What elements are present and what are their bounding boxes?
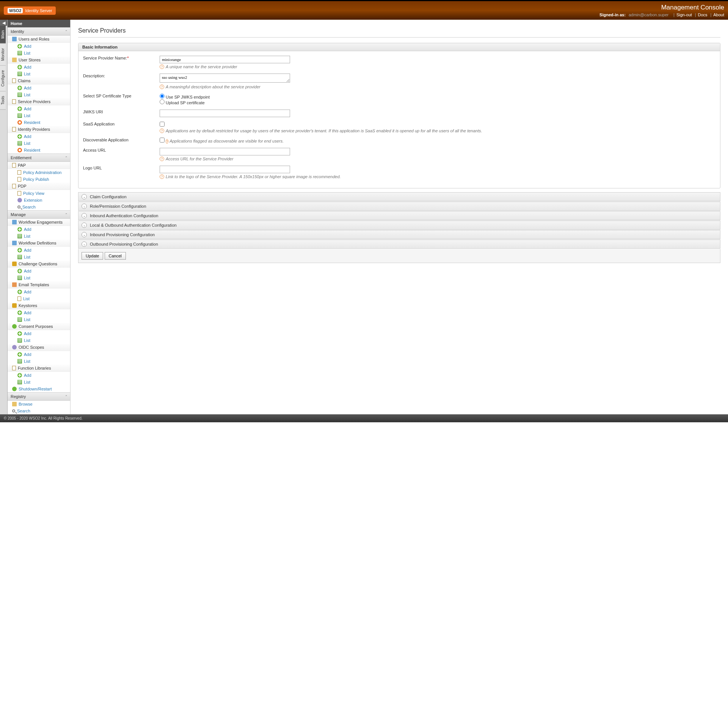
- nav-claims-list[interactable]: List: [8, 91, 70, 98]
- section-identity[interactable]: Identity⌃: [8, 27, 70, 36]
- access-url-label: Access URL: [83, 148, 160, 152]
- chevron-down-icon: ⌄: [82, 241, 87, 247]
- chevron-down-icon: ⌄: [82, 213, 87, 218]
- jwks-input[interactable]: [160, 110, 290, 117]
- access-url-help: Access URL for the Service Provider: [166, 157, 233, 161]
- signout-link[interactable]: Sign-out: [676, 13, 692, 17]
- power-icon: [12, 387, 17, 391]
- plus-icon: [17, 331, 22, 336]
- nav-oidc-list[interactable]: List: [8, 358, 70, 365]
- logo-url-input[interactable]: [160, 166, 290, 173]
- nav-stores-list[interactable]: List: [8, 71, 70, 77]
- header-links: Signed-in as: admin@carbon.super |Sign-o…: [599, 13, 724, 17]
- cert-jwks-radio[interactable]: [160, 94, 165, 99]
- nav-policy-admin[interactable]: Policy Administration: [8, 169, 70, 176]
- section-manage[interactable]: Manage⌃: [8, 210, 70, 219]
- resident-icon: [17, 120, 22, 125]
- nav-policy-view[interactable]: Policy View: [8, 190, 70, 197]
- cert-upload-radio[interactable]: [160, 99, 165, 104]
- nav-challenge[interactable]: Challenge Questions: [8, 260, 70, 268]
- desc-input[interactable]: sso using wso2: [160, 74, 290, 83]
- list-icon: [17, 113, 22, 118]
- acc-outbound-prov[interactable]: ⌄Outbound Provisioning Configuration: [78, 240, 720, 249]
- collapse-sidebar-icon[interactable]: ◀: [0, 20, 7, 26]
- access-url-input[interactable]: [160, 148, 290, 155]
- acc-inbound-prov[interactable]: ⌄Inbound Provisioning Configuration: [78, 230, 720, 239]
- nav-workflow-eng[interactable]: Workflow Engagements: [8, 219, 70, 226]
- nav-con-list[interactable]: List: [8, 337, 70, 344]
- nav-fl-list[interactable]: List: [8, 379, 70, 386]
- acc-claim[interactable]: ⌄Claim Configuration: [78, 192, 720, 201]
- acc-role[interactable]: ⌄Role/Permission Configuration: [78, 202, 720, 211]
- workflow-icon: [12, 220, 17, 224]
- section-entitlement[interactable]: Entitlement⌃: [8, 154, 70, 162]
- nav-sp-list[interactable]: List: [8, 112, 70, 119]
- list-icon: [17, 51, 22, 55]
- cancel-button[interactable]: Cancel: [105, 252, 126, 260]
- chevron-up-icon: ⌃: [65, 30, 68, 33]
- update-button[interactable]: Update: [82, 252, 103, 260]
- docs-link[interactable]: Docs: [698, 13, 708, 17]
- nav-extension[interactable]: Extension: [8, 197, 70, 204]
- acc-inbound-auth[interactable]: ⌄Inbound Authentication Configuration: [78, 211, 720, 220]
- nav-stores-add[interactable]: Add: [8, 64, 70, 71]
- vtab-tools[interactable]: Tools: [0, 91, 6, 110]
- nav-oidc[interactable]: OIDC Scopes: [8, 344, 70, 351]
- nav-con-add[interactable]: Add: [8, 330, 70, 337]
- nav-user-stores[interactable]: User Stores: [8, 56, 70, 64]
- nav-pdp[interactable]: PDP: [8, 183, 70, 190]
- nav-policy-publish[interactable]: Policy Publish: [8, 176, 70, 183]
- nav-consent[interactable]: Consent Purposes: [8, 323, 70, 330]
- nav-wfd-add[interactable]: Add: [8, 247, 70, 254]
- acc-label: Inbound Provisioning Configuration: [90, 232, 155, 237]
- nav-email-add[interactable]: Add: [8, 288, 70, 295]
- nav-wfe-list[interactable]: List: [8, 233, 70, 240]
- nav-idp-resident[interactable]: Resident: [8, 147, 70, 154]
- nav-chal-add[interactable]: Add: [8, 268, 70, 274]
- saas-checkbox[interactable]: [160, 122, 165, 127]
- saas-label: SaaS Application: [83, 122, 160, 126]
- nav-sp-add[interactable]: Add: [8, 105, 70, 112]
- nav-pap[interactable]: PAP: [8, 162, 70, 169]
- nav-idp-add[interactable]: Add: [8, 133, 70, 140]
- disc-checkbox[interactable]: [160, 138, 165, 143]
- nav-users-add[interactable]: Add: [8, 43, 70, 50]
- nav-shutdown[interactable]: Shutdown/Restart: [8, 386, 70, 392]
- vtab-monitor[interactable]: Monitor: [0, 44, 6, 66]
- nav-fl-add[interactable]: Add: [8, 372, 70, 379]
- nav-ks-list[interactable]: List: [8, 316, 70, 323]
- nav-users-list[interactable]: List: [8, 50, 70, 56]
- nav-email[interactable]: Email Templates: [8, 281, 70, 288]
- nav-idp-list[interactable]: List: [8, 140, 70, 147]
- key-icon: [12, 303, 17, 308]
- nav-wfd-list[interactable]: List: [8, 254, 70, 260]
- nav-reg-search[interactable]: Search: [8, 408, 70, 414]
- nav-sp-resident[interactable]: Resident: [8, 119, 70, 126]
- nav-func-lib[interactable]: Function Libraries: [8, 365, 70, 372]
- sp-name-input[interactable]: [160, 56, 290, 63]
- home-link[interactable]: Home: [8, 20, 70, 27]
- about-link[interactable]: About: [713, 13, 724, 17]
- nav-browse[interactable]: Browse: [8, 401, 70, 408]
- section-registry[interactable]: Registry⌃: [8, 392, 70, 401]
- logo[interactable]: WSO2 Identity Server: [4, 6, 56, 15]
- nav-workflow-def[interactable]: Workflow Definitions: [8, 240, 70, 247]
- nav-claims-add[interactable]: Add: [8, 85, 70, 91]
- nav-ent-search[interactable]: Search: [8, 204, 70, 210]
- nav-identity-providers[interactable]: Identity Providers: [8, 126, 70, 133]
- nav-users-roles[interactable]: Users and Roles: [8, 36, 70, 43]
- nav-claims[interactable]: Claims: [8, 77, 70, 85]
- nav-service-providers[interactable]: Service Providers: [8, 98, 70, 105]
- nav-email-list[interactable]: List: [8, 295, 70, 302]
- nav-keystores[interactable]: Keystores: [8, 302, 70, 309]
- vtab-configure[interactable]: Configure: [0, 66, 6, 91]
- vtab-main[interactable]: Main: [0, 26, 6, 44]
- nav-wfe-add[interactable]: Add: [8, 226, 70, 233]
- nav-ks-add[interactable]: Add: [8, 309, 70, 316]
- claims-icon: [12, 78, 16, 83]
- acc-local-outbound[interactable]: ⌄Local & Outbound Authentication Configu…: [78, 221, 720, 230]
- nav-oidc-add[interactable]: Add: [8, 351, 70, 358]
- nav-chal-list[interactable]: List: [8, 274, 70, 281]
- logo-badge: WSO2: [8, 8, 23, 13]
- email-icon: [12, 282, 17, 287]
